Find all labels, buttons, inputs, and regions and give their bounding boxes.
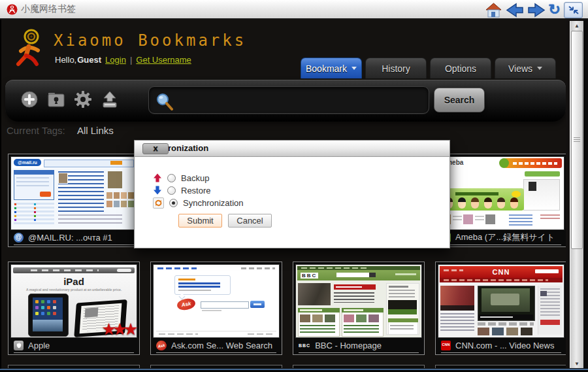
close-icon[interactable]: x	[142, 143, 169, 154]
app-window: 小魔网络书签 ↻	[0, 0, 588, 372]
search-box	[148, 86, 429, 114]
xiaomo-logo-icon	[12, 27, 47, 68]
radio-restore[interactable]	[167, 186, 176, 195]
refresh-icon[interactable]: ↻	[549, 2, 561, 18]
greeting-row: Hello, Guest Login | Get Username	[55, 55, 191, 65]
search-icon	[155, 92, 174, 110]
collapse-icon[interactable]	[564, 2, 583, 18]
cnn-favicon-icon: CNN	[441, 341, 451, 350]
window-left-border	[0, 20, 1, 372]
main-nav: Bookmark History Options Views	[301, 58, 556, 78]
ipad-title: iPad	[11, 276, 137, 287]
bookmark-card-cnn[interactable]: CNN CNN	[435, 262, 566, 355]
window-titlebar: 小魔网络书签 ↻	[0, 0, 588, 20]
search-button[interactable]: Search	[434, 88, 485, 112]
backup-arrow-up-icon	[153, 173, 162, 182]
login-link[interactable]: Login	[105, 55, 126, 65]
settings-gear-icon[interactable]	[73, 90, 93, 109]
bookmark-caption: CNN CNN.com - ... Video News	[438, 339, 564, 352]
username: Guest	[77, 55, 101, 65]
mailru-thumbnail: @mail.ru	[10, 156, 137, 230]
dialog-titlebar: Synchronization x	[135, 141, 449, 157]
tab-options[interactable]: Options	[430, 58, 491, 78]
ask-logo: Ask	[176, 297, 197, 312]
mailru-favicon-icon: @	[14, 233, 24, 243]
bookmark-card-partial	[435, 365, 566, 368]
option-label-synchronization[interactable]: Synchronization	[183, 198, 244, 208]
back-icon[interactable]	[506, 3, 524, 18]
greeting-label: Hello,	[55, 55, 76, 65]
bookmark-caption: BBC BBC - Homepage	[295, 339, 422, 352]
bookmark-caption: Ask Ask.com Se... Web Search	[153, 339, 280, 352]
ask-favicon-icon: Ask	[155, 339, 167, 351]
search-input[interactable]	[178, 90, 426, 110]
toolbar: Search	[5, 80, 566, 122]
chevron-down-icon	[537, 67, 542, 70]
bookmark-caption: Apple	[10, 339, 137, 352]
private-folder-icon[interactable]	[47, 90, 65, 109]
bbc-logo: BBC	[301, 273, 318, 279]
tab-history[interactable]: History	[365, 58, 427, 78]
home-icon[interactable]	[485, 2, 502, 18]
ameba-thumbnail: Ameba	[438, 156, 564, 230]
add-bookmark-icon[interactable]	[20, 90, 39, 109]
dialog-option-synchronization: Synchronization	[153, 197, 244, 208]
bookmark-caption: a Ameba (ア...録無料サイト	[438, 231, 564, 244]
page-title: Xiaomo Bookmarks	[54, 31, 246, 50]
forward-icon[interactable]	[527, 3, 546, 18]
synchronization-dialog: Synchronization x Backup Restore	[134, 140, 450, 248]
bookmark-caption: @ @MAIL.RU: ...очта #1	[10, 231, 137, 244]
cnn-thumbnail: CNN	[438, 264, 564, 338]
export-icon[interactable]	[101, 90, 119, 109]
radio-backup[interactable]	[167, 174, 176, 182]
bookmark-card-partial	[8, 365, 140, 368]
scrollbar-thumb[interactable]	[571, 31, 583, 249]
ask-thumbnail: Ask	[153, 264, 280, 338]
bbc-thumbnail: BBC	[295, 264, 422, 338]
bookmark-card-ameba[interactable]: Ameba a Ameba (ア...録無料サイト	[435, 154, 566, 247]
option-label-restore[interactable]: Restore	[181, 186, 211, 195]
scrollbar-grip	[574, 137, 580, 142]
bbc-favicon-icon: BBC	[299, 341, 310, 350]
tab-bookmark[interactable]: Bookmark	[301, 58, 362, 78]
dialog-option-backup: Backup	[153, 173, 209, 183]
chevron-down-icon	[351, 67, 357, 70]
window-right-border	[583, 20, 588, 372]
dialog-option-restore: Restore	[153, 185, 211, 195]
ipad-tagline: A magical and revolutionary product at a…	[11, 288, 137, 292]
get-username-link[interactable]: Get Username	[136, 55, 191, 65]
sync-arrows-icon	[153, 197, 164, 209]
current-tags-label: Current Tags:	[7, 125, 65, 136]
restore-arrow-down-icon	[153, 186, 162, 195]
bookmark-card-ask[interactable]: Ask Ask Ask.com Se... Web Search	[150, 262, 282, 355]
app-logo-icon	[7, 4, 18, 15]
tab-views[interactable]: Views	[495, 58, 556, 78]
mailru-logo: @mail.ru	[14, 159, 41, 166]
radio-synchronization[interactable]	[169, 199, 178, 207]
option-label-backup[interactable]: Backup	[181, 173, 209, 183]
scroll-down-icon[interactable]: ▼	[570, 359, 583, 368]
current-tags-value: All Links	[77, 125, 114, 136]
bookmark-card-partial	[150, 365, 282, 368]
scroll-up-icon[interactable]: ▲	[570, 21, 583, 30]
cancel-button[interactable]: Cancel	[228, 214, 272, 228]
bookmark-card-mailru[interactable]: @mail.ru @ @MAIL.RU: ...очта #1	[8, 154, 140, 247]
apple-favicon-icon	[14, 341, 24, 350]
bookmark-card-bbc[interactable]: BBC	[293, 262, 425, 355]
rating-stars: ★★★	[103, 321, 135, 338]
vertical-scrollbar[interactable]: ▲ ▼	[570, 21, 583, 368]
separator: |	[130, 55, 132, 65]
window-title: 小魔网络书签	[21, 3, 76, 15]
submit-button[interactable]: Submit	[178, 214, 222, 228]
bookmark-card-partial	[293, 365, 425, 368]
bookmark-card-apple[interactable]: iPad A magical and revolutionary product…	[8, 262, 140, 355]
current-tags-bar: Current Tags: All Links	[7, 125, 114, 136]
